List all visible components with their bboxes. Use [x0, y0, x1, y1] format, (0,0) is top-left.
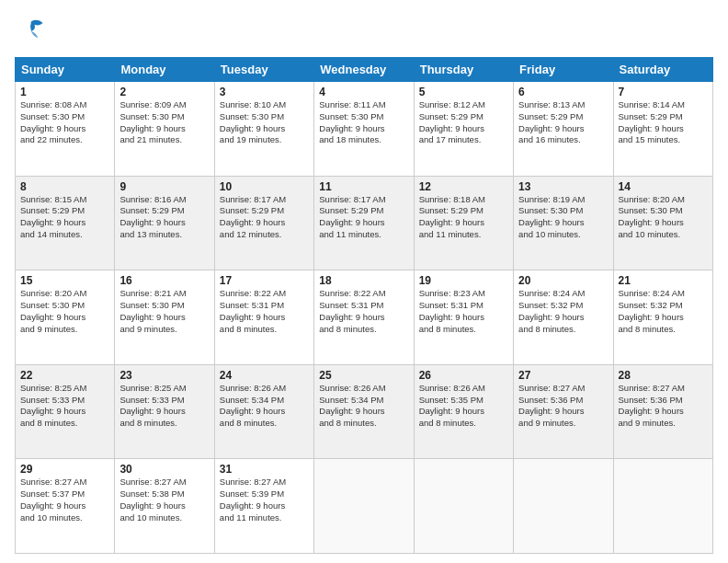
calendar-cell: 4Sunrise: 8:11 AMSunset: 5:30 PMDaylight… — [314, 82, 414, 177]
calendar-cell: 24Sunrise: 8:26 AMSunset: 5:34 PMDayligh… — [214, 364, 313, 459]
day-info: Sunrise: 8:18 AMSunset: 5:29 PMDaylight:… — [419, 194, 508, 241]
calendar-row: 29Sunrise: 8:27 AMSunset: 5:37 PMDayligh… — [16, 459, 713, 554]
day-number: 25 — [319, 369, 408, 382]
day-info: Sunrise: 8:10 AMSunset: 5:30 PMDaylight:… — [220, 99, 309, 146]
day-info: Sunrise: 8:15 AMSunset: 5:29 PMDaylight:… — [20, 194, 109, 241]
calendar-header-row: SundayMondayTuesdayWednesdayThursdayFrid… — [16, 58, 713, 82]
calendar-cell: 18Sunrise: 8:22 AMSunset: 5:31 PMDayligh… — [314, 270, 414, 365]
day-info: Sunrise: 8:27 AMSunset: 5:37 PMDaylight:… — [20, 477, 109, 523]
calendar-cell: 29Sunrise: 8:27 AMSunset: 5:37 PMDayligh… — [16, 459, 115, 554]
day-info: Sunrise: 8:26 AMSunset: 5:34 PMDaylight:… — [220, 383, 309, 430]
calendar-row: 15Sunrise: 8:20 AMSunset: 5:30 PMDayligh… — [16, 270, 713, 365]
calendar-cell: 27Sunrise: 8:27 AMSunset: 5:36 PMDayligh… — [514, 364, 613, 459]
calendar-cell: 13Sunrise: 8:19 AMSunset: 5:30 PMDayligh… — [514, 176, 613, 270]
day-info: Sunrise: 8:19 AMSunset: 5:30 PMDaylight:… — [518, 194, 608, 241]
calendar-cell: 2Sunrise: 8:09 AMSunset: 5:30 PMDaylight… — [115, 82, 214, 177]
day-info: Sunrise: 8:27 AMSunset: 5:36 PMDaylight:… — [619, 383, 708, 430]
day-number: 3 — [220, 86, 309, 98]
calendar-cell — [514, 459, 613, 554]
day-number: 7 — [619, 86, 708, 98]
day-info: Sunrise: 8:26 AMSunset: 5:34 PMDaylight:… — [319, 383, 408, 430]
day-number: 19 — [419, 274, 508, 287]
calendar-header-wednesday: Wednesday — [314, 58, 414, 82]
day-info: Sunrise: 8:17 AMSunset: 5:29 PMDaylight:… — [220, 194, 309, 241]
day-number: 2 — [119, 86, 209, 98]
day-info: Sunrise: 8:08 AMSunset: 5:30 PMDaylight:… — [20, 99, 109, 146]
calendar-cell: 25Sunrise: 8:26 AMSunset: 5:34 PMDayligh… — [314, 364, 414, 459]
calendar-cell: 8Sunrise: 8:15 AMSunset: 5:29 PMDaylight… — [16, 176, 115, 270]
day-number: 1 — [20, 86, 109, 98]
day-number: 5 — [419, 86, 508, 98]
day-info: Sunrise: 8:20 AMSunset: 5:30 PMDaylight:… — [619, 194, 708, 241]
calendar-cell: 1Sunrise: 8:08 AMSunset: 5:30 PMDaylight… — [16, 82, 115, 177]
day-number: 28 — [619, 369, 708, 382]
calendar-row: 1Sunrise: 8:08 AMSunset: 5:30 PMDaylight… — [16, 82, 713, 177]
calendar-header-sunday: Sunday — [16, 58, 115, 82]
calendar-cell: 19Sunrise: 8:23 AMSunset: 5:31 PMDayligh… — [414, 270, 513, 365]
day-number: 29 — [20, 463, 109, 476]
calendar-cell — [613, 459, 712, 554]
calendar-cell: 22Sunrise: 8:25 AMSunset: 5:33 PMDayligh… — [16, 364, 115, 459]
calendar-cell: 31Sunrise: 8:27 AMSunset: 5:39 PMDayligh… — [214, 459, 313, 554]
calendar-row: 8Sunrise: 8:15 AMSunset: 5:29 PMDaylight… — [16, 176, 713, 270]
calendar-cell: 5Sunrise: 8:12 AMSunset: 5:29 PMDaylight… — [414, 82, 513, 177]
calendar-cell: 9Sunrise: 8:16 AMSunset: 5:29 PMDaylight… — [115, 176, 214, 270]
day-number: 22 — [20, 369, 109, 382]
calendar-cell: 6Sunrise: 8:13 AMSunset: 5:29 PMDaylight… — [514, 82, 613, 177]
calendar-cell: 16Sunrise: 8:21 AMSunset: 5:30 PMDayligh… — [115, 270, 214, 365]
calendar-header-friday: Friday — [514, 58, 613, 82]
day-info: Sunrise: 8:22 AMSunset: 5:31 PMDaylight:… — [220, 288, 309, 335]
page-container: SundayMondayTuesdayWednesdayThursdayFrid… — [0, 0, 728, 563]
day-info: Sunrise: 8:24 AMSunset: 5:32 PMDaylight:… — [619, 288, 708, 335]
day-number: 8 — [20, 180, 109, 193]
day-info: Sunrise: 8:26 AMSunset: 5:35 PMDaylight:… — [419, 383, 508, 430]
day-info: Sunrise: 8:12 AMSunset: 5:29 PMDaylight:… — [419, 99, 508, 146]
day-number: 17 — [220, 274, 309, 287]
logo-icon — [15, 15, 48, 48]
calendar-header-tuesday: Tuesday — [214, 58, 313, 82]
day-number: 6 — [518, 86, 608, 98]
day-number: 16 — [119, 274, 209, 287]
day-number: 30 — [119, 463, 209, 476]
calendar-cell: 14Sunrise: 8:20 AMSunset: 5:30 PMDayligh… — [613, 176, 712, 270]
day-info: Sunrise: 8:27 AMSunset: 5:39 PMDaylight:… — [220, 477, 309, 523]
day-info: Sunrise: 8:13 AMSunset: 5:29 PMDaylight:… — [518, 99, 608, 146]
day-number: 14 — [619, 180, 708, 193]
day-info: Sunrise: 8:27 AMSunset: 5:38 PMDaylight:… — [119, 477, 209, 523]
day-number: 26 — [419, 369, 508, 382]
calendar-cell: 20Sunrise: 8:24 AMSunset: 5:32 PMDayligh… — [514, 270, 613, 365]
calendar-cell: 21Sunrise: 8:24 AMSunset: 5:32 PMDayligh… — [613, 270, 712, 365]
calendar-cell: 10Sunrise: 8:17 AMSunset: 5:29 PMDayligh… — [214, 176, 313, 270]
day-number: 31 — [220, 463, 309, 476]
day-info: Sunrise: 8:25 AMSunset: 5:33 PMDaylight:… — [20, 383, 109, 430]
calendar-header-thursday: Thursday — [414, 58, 513, 82]
day-info: Sunrise: 8:23 AMSunset: 5:31 PMDaylight:… — [419, 288, 508, 335]
day-number: 20 — [518, 274, 608, 287]
day-number: 15 — [20, 274, 109, 287]
day-number: 11 — [319, 180, 408, 193]
calendar-cell: 7Sunrise: 8:14 AMSunset: 5:29 PMDaylight… — [613, 82, 712, 177]
day-number: 13 — [518, 180, 608, 193]
calendar-cell: 3Sunrise: 8:10 AMSunset: 5:30 PMDaylight… — [214, 82, 313, 177]
day-info: Sunrise: 8:22 AMSunset: 5:31 PMDaylight:… — [319, 288, 408, 335]
day-number: 23 — [119, 369, 209, 382]
day-number: 27 — [518, 369, 608, 382]
day-number: 24 — [220, 369, 309, 382]
day-info: Sunrise: 8:27 AMSunset: 5:36 PMDaylight:… — [518, 383, 608, 430]
calendar-cell: 28Sunrise: 8:27 AMSunset: 5:36 PMDayligh… — [613, 364, 712, 459]
day-number: 9 — [119, 180, 209, 193]
calendar-cell: 26Sunrise: 8:26 AMSunset: 5:35 PMDayligh… — [414, 364, 513, 459]
day-info: Sunrise: 8:25 AMSunset: 5:33 PMDaylight:… — [119, 383, 209, 430]
day-info: Sunrise: 8:21 AMSunset: 5:30 PMDaylight:… — [119, 288, 209, 335]
day-number: 10 — [220, 180, 309, 193]
day-info: Sunrise: 8:20 AMSunset: 5:30 PMDaylight:… — [20, 288, 109, 335]
day-info: Sunrise: 8:09 AMSunset: 5:30 PMDaylight:… — [119, 99, 209, 146]
logo — [15, 15, 51, 48]
calendar-cell: 23Sunrise: 8:25 AMSunset: 5:33 PMDayligh… — [115, 364, 214, 459]
day-info: Sunrise: 8:24 AMSunset: 5:32 PMDaylight:… — [518, 288, 608, 335]
calendar-cell: 15Sunrise: 8:20 AMSunset: 5:30 PMDayligh… — [16, 270, 115, 365]
page-header — [15, 15, 713, 48]
calendar-cell — [314, 459, 414, 554]
day-number: 21 — [619, 274, 708, 287]
day-number: 18 — [319, 274, 408, 287]
